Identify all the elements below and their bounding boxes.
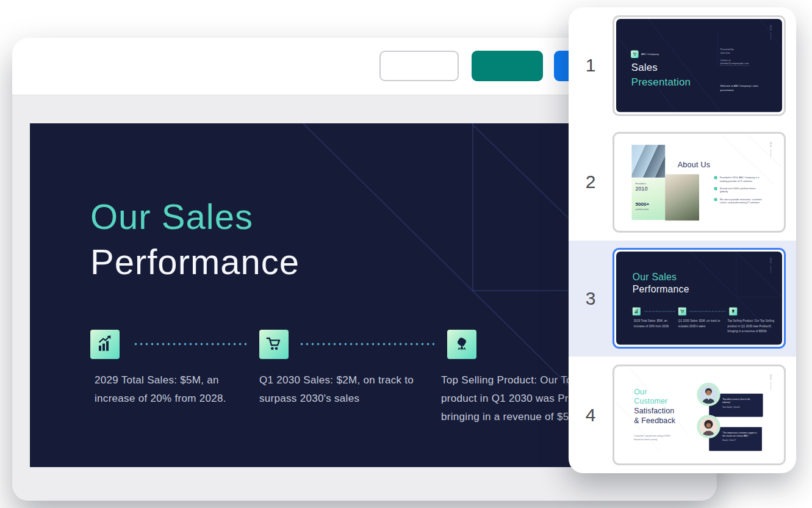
slide-item-text-1[interactable]: 2029 Total Sales: $5M, an increase of 20… (95, 371, 236, 408)
testimonial-author-1: Tom Smith, ClientX (722, 406, 760, 408)
slide-thumbnail-3-selected[interactable]: Our Sales Performance (613, 248, 786, 349)
slide-number-1: 1 (569, 55, 613, 76)
thumbnail-row-1: 1 ABC Company (569, 7, 796, 124)
company-logo-cart-icon (631, 50, 638, 57)
thumbnail-preview-1: ABC Company Sales Presentation Presented… (616, 19, 782, 112)
slide-thumbnail-1[interactable]: ABC Company Sales Presentation Presented… (613, 15, 786, 116)
testimonial-author-2: Sarah, Client Y (722, 440, 758, 442)
founded-year: 2010 (635, 186, 661, 192)
year-label: 2029 (769, 374, 772, 380)
slide1-title-line1: Sales (631, 60, 691, 74)
thumbnail-preview-4: Our Customer Satisfaction & Feedback Cus… (616, 368, 782, 462)
slide-number-4: 4 (569, 405, 613, 426)
thumbnail-preview-2: About Us Founded in 2010 5000+ satisfied… (616, 136, 782, 229)
check-circle-icon (714, 198, 717, 201)
testimonial-quote-2: "The impressive customer support is the … (722, 431, 758, 437)
slide-item-text-1: 2029 Total Sales: $5M, an increase of 20… (634, 319, 672, 328)
slide-thumbnail-2[interactable]: About Us Founded in 2010 5000+ satisfied… (613, 132, 786, 233)
bar-chart-growth-icon[interactable] (90, 330, 120, 359)
toolbar-outline-button[interactable] (379, 51, 459, 81)
testimonial-quote-1: "Excellent service, best in the industry… (722, 397, 760, 404)
thumbnail-row-2: 2 About Us Founded in 2010 5000+ satisfi… (569, 124, 796, 241)
team-photo (665, 174, 699, 220)
slide-item-text-2: Q1 2030 Sales: $2M, on track to surpass … (678, 319, 721, 328)
buildings-photo (631, 145, 665, 178)
year-label: 2029 (769, 141, 772, 147)
client-avatar-female (697, 415, 720, 438)
slide-title-line1: Our Sales (633, 271, 689, 283)
about-bullet-1: Founded in 2010, ABC Company is a leadin… (714, 176, 763, 183)
thumbnail-preview-3: Our Sales Performance (616, 252, 782, 345)
bar-chart-growth-icon (633, 308, 641, 316)
award-badge-icon[interactable] (447, 330, 476, 359)
slide1-title-line2: Presentation (631, 74, 691, 89)
decorative-line (472, 123, 473, 291)
check-circle-icon (714, 187, 717, 190)
slide2-title: About Us (678, 160, 710, 169)
slide-title-line1: Our Sales (90, 194, 300, 239)
slide-thumbnail-4[interactable]: Our Customer Satisfaction & Feedback Cus… (613, 365, 786, 465)
about-bullet-2: Served over 5000 satisfied clients globa… (714, 187, 763, 194)
slide4-title-line3: Satisfaction (634, 406, 675, 416)
founded-label: Founded in (635, 183, 661, 185)
toolbar-teal-button[interactable] (472, 51, 543, 81)
presenter-name: John Doe (720, 51, 749, 54)
slide-thumbnail-panel: 1 ABC Company (569, 7, 796, 473)
dotted-connector (299, 343, 434, 346)
slide-item-text-2[interactable]: Q1 2030 Sales: $2M, on track to surpass … (259, 371, 417, 408)
slide4-title-line1: Our (634, 386, 675, 396)
client-avatar-male (697, 383, 720, 406)
thumbnail-row-4: 4 Our Customer Satisfaction & Feedback C… (569, 357, 796, 473)
about-bullet-3: We aim to provide innovative, customer-c… (714, 197, 763, 204)
year-label: 2029 (769, 25, 772, 31)
shopping-cart-icon[interactable] (259, 330, 289, 359)
clients-label: satisfied clients (635, 208, 661, 210)
contact-email: johndoe@companyabc.com (720, 62, 749, 65)
thumbnail-row-3-selected: 3 Our Sales Performance (569, 241, 796, 357)
welcome-text: Welcome to ABC Company's sales presentat… (720, 84, 763, 92)
company-name: ABC Company (641, 53, 659, 56)
slide-number-2: 2 (569, 172, 613, 192)
canvas-slide-our-sales-performance[interactable]: Our Sales Performance (30, 123, 642, 467)
slide-item-text-3: Top Selling Product: Our Top Selling pro… (728, 319, 777, 333)
clients-stat: 5000+ (635, 201, 661, 206)
slide-title-line2: Performance (90, 239, 300, 285)
award-badge-icon (729, 308, 737, 316)
slide4-title-line4: & Feedback (634, 416, 675, 426)
shopping-cart-icon (678, 308, 686, 316)
slide4-title-line2: Customer (634, 396, 675, 406)
check-circle-icon (714, 176, 717, 179)
satisfaction-subtext: Customer satisfaction rating of 95% base… (634, 434, 675, 441)
company-facts-panel: Founded in 2010 5000+ satisfied clients (631, 178, 665, 220)
year-label: 2029 (769, 258, 772, 263)
slide-title[interactable]: Our Sales Performance (90, 194, 300, 285)
slide-title-line2: Performance (633, 283, 689, 296)
slide-number-3: 3 (569, 288, 613, 309)
dotted-connector (133, 343, 250, 346)
